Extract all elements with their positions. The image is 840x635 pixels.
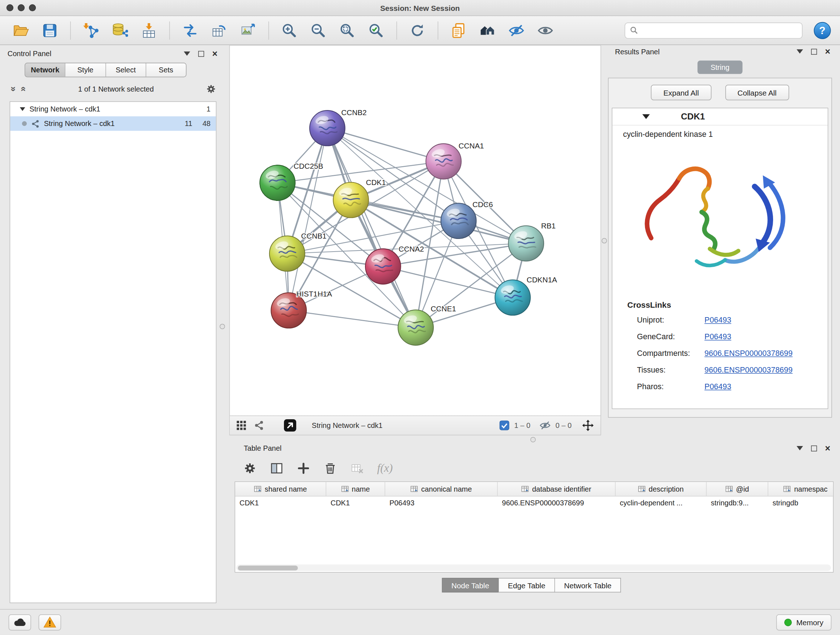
- column-header-namespac[interactable]: namespac: [768, 482, 834, 496]
- float-panel-icon[interactable]: [811, 49, 817, 54]
- network-view[interactable]: CCNB2CCNA1CDC25BCDK1CDC6RB1CCNB1CCNA2CDK…: [229, 45, 601, 435]
- network-node-hist1h1a[interactable]: HIST1H1A: [271, 290, 332, 328]
- table-import-icon: [141, 22, 156, 38]
- tab-edge-table[interactable]: Edge Table: [499, 578, 555, 592]
- hidden-eye-slash-icon[interactable]: [539, 420, 551, 431]
- crosslink-value-link[interactable]: P06493: [704, 315, 731, 324]
- network-options-gear-icon[interactable]: [206, 84, 217, 95]
- refresh-view-button[interactable]: [405, 19, 430, 42]
- tab-sets[interactable]: Sets: [146, 63, 186, 77]
- save-session-button[interactable]: [38, 19, 62, 42]
- gene-disclosure-icon[interactable]: [643, 114, 650, 119]
- selected-checkbox-icon[interactable]: [499, 420, 509, 431]
- float-panel-icon[interactable]: [198, 51, 204, 57]
- home-layout-button[interactable]: [475, 19, 500, 42]
- network-edge[interactable]: [289, 128, 327, 310]
- network-canvas[interactable]: CCNB2CCNA1CDC25BCDK1CDC6RB1CCNB1CCNA2CDK…: [230, 46, 600, 416]
- gene-section-header[interactable]: CDK1: [613, 108, 828, 125]
- grid-view-icon[interactable]: [236, 420, 246, 431]
- select-columns-icon[interactable]: [270, 461, 283, 475]
- bottom-splitter-handle[interactable]: [531, 437, 536, 442]
- zoom-out-button[interactable]: [306, 19, 331, 42]
- share-view-icon[interactable]: [254, 420, 264, 431]
- table-row[interactable]: CDK1CDK1P064939606.ENSP00000378699cyclin…: [235, 496, 833, 511]
- show-all-button[interactable]: [533, 19, 557, 42]
- detach-view-icon[interactable]: [283, 419, 297, 432]
- pan-crosshair-icon[interactable]: [582, 419, 594, 432]
- column-header-name[interactable]: name: [326, 482, 385, 496]
- duplicate-attributes-button[interactable]: [447, 19, 471, 42]
- network-node-ccna1[interactable]: CCNA1: [426, 141, 484, 179]
- close-panel-icon[interactable]: ×: [825, 445, 831, 451]
- tab-select[interactable]: Select: [106, 63, 146, 77]
- clone-network-button[interactable]: [207, 19, 232, 42]
- panel-menu-icon[interactable]: [797, 49, 803, 54]
- right-splitter-handle[interactable]: [602, 238, 607, 244]
- collapse-all-button[interactable]: Collapse All: [725, 85, 789, 100]
- table-horizontal-scrollbar[interactable]: [236, 564, 831, 571]
- network-edge[interactable]: [289, 310, 416, 327]
- network-node-ccnb2[interactable]: CCNB2: [309, 108, 367, 146]
- expand-all-tree-icon[interactable]: »: [8, 87, 19, 92]
- network-node-cdk1[interactable]: CDK1: [333, 178, 386, 218]
- network-from-selection-button[interactable]: [178, 19, 202, 42]
- float-panel-icon[interactable]: [811, 445, 817, 451]
- tab-network[interactable]: Network: [25, 63, 65, 77]
- node-label: CCNB2: [341, 108, 366, 117]
- zoom-in-button[interactable]: [277, 19, 302, 42]
- import-network-database-button[interactable]: [108, 19, 133, 42]
- column-header-shared-name[interactable]: shared name: [235, 482, 326, 496]
- network-node-cdkn1a[interactable]: CDKN1A: [495, 276, 557, 315]
- search-input[interactable]: [642, 27, 797, 35]
- expand-all-button[interactable]: Expand All: [651, 85, 711, 100]
- export-image-button[interactable]: [236, 19, 261, 42]
- warnings-button[interactable]: [39, 614, 61, 630]
- scrollbar-thumb[interactable]: [238, 565, 298, 570]
- network-collection-row[interactable]: String Network – cdk1 1: [10, 102, 216, 116]
- collapse-all-tree-icon[interactable]: «: [19, 87, 29, 92]
- add-column-plus-icon[interactable]: [297, 461, 310, 475]
- zoom-window-button[interactable]: [29, 4, 36, 11]
- cloud-status-button[interactable]: [9, 614, 31, 630]
- column-header-database-identifier[interactable]: database identifier: [498, 482, 616, 496]
- memory-button[interactable]: Memory: [776, 614, 831, 630]
- table-settings-gear-icon[interactable]: [243, 461, 256, 475]
- zoom-selected-button[interactable]: [364, 19, 388, 42]
- window-title: Session: New Session: [0, 0, 840, 16]
- network-node-ccnb1[interactable]: CCNB1: [270, 232, 327, 271]
- import-network-file-button[interactable]: [79, 19, 103, 42]
- zoom-fit-button[interactable]: [335, 19, 360, 42]
- column-header-description[interactable]: description: [616, 482, 707, 496]
- close-panel-icon[interactable]: ×: [212, 51, 218, 57]
- column-header--id[interactable]: @id: [706, 482, 768, 496]
- network-row[interactable]: String Network – cdk1 11 48: [10, 116, 216, 131]
- crosslink-value-link[interactable]: P06493: [704, 332, 731, 340]
- tab-node-table[interactable]: Node Table: [442, 578, 499, 592]
- network-edge[interactable]: [383, 266, 513, 298]
- column-header-canonical-name[interactable]: canonical name: [385, 482, 498, 496]
- crosslink-value-link[interactable]: P06493: [704, 382, 731, 391]
- minimize-window-button[interactable]: [18, 4, 25, 11]
- left-splitter-handle[interactable]: [219, 324, 225, 329]
- panel-menu-icon[interactable]: [797, 446, 803, 450]
- tab-string[interactable]: String: [698, 60, 742, 74]
- network-edge[interactable]: [327, 128, 416, 328]
- delete-column-trash-icon[interactable]: [324, 461, 337, 475]
- panel-menu-icon[interactable]: [184, 51, 190, 56]
- network-node-rb1[interactable]: RB1: [508, 222, 556, 261]
- node-table[interactable]: shared namenamecanonical namedatabase id…: [235, 481, 834, 573]
- close-panel-icon[interactable]: ×: [825, 49, 831, 54]
- open-session-button[interactable]: [9, 19, 33, 42]
- collection-disclosure-icon[interactable]: [20, 107, 25, 111]
- hide-selected-button[interactable]: [504, 19, 529, 42]
- search-box[interactable]: [625, 22, 803, 38]
- close-window-button[interactable]: [6, 4, 13, 11]
- help-button[interactable]: ?: [813, 21, 831, 39]
- network-node-ccna2[interactable]: CCNA2: [365, 245, 424, 284]
- import-table-file-button[interactable]: [137, 19, 161, 42]
- crosslink-value-link[interactable]: 9606.ENSP00000378699: [704, 365, 793, 374]
- crosslink-value-link[interactable]: 9606.ENSP00000378699: [704, 348, 793, 357]
- tab-network-table[interactable]: Network Table: [555, 578, 621, 592]
- tab-style[interactable]: Style: [65, 63, 106, 77]
- network-edge[interactable]: [327, 128, 444, 162]
